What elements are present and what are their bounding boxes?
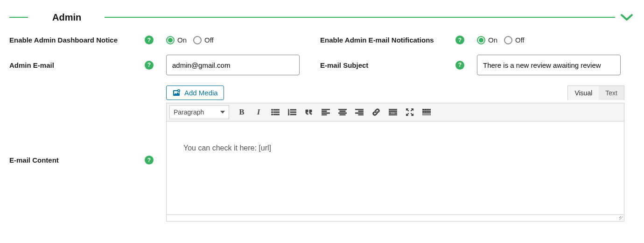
svg-rect-30 [389, 114, 397, 115]
svg-rect-19 [338, 113, 347, 114]
radio-dashboard-notice-off[interactable]: Off [193, 36, 214, 44]
format-selected: Paragraph [174, 108, 204, 116]
svg-rect-22 [358, 111, 364, 112]
svg-text:3: 3 [288, 113, 289, 115]
radio-dot-icon [504, 36, 512, 44]
tab-text[interactable]: Text [599, 86, 624, 100]
help-dashboard-notice[interactable]: ? [145, 36, 154, 44]
media-icon [172, 89, 181, 97]
svg-rect-20 [340, 114, 345, 115]
svg-point-5 [272, 114, 273, 115]
svg-rect-6 [273, 114, 280, 115]
row-email-and-subject: Admin E-mail ? E-mail Subject ? [9, 55, 635, 75]
svg-rect-38 [429, 111, 431, 113]
label-dashboard-notice: Enable Admin Dashboard Notice [9, 36, 145, 44]
radio-label: Off [204, 36, 214, 44]
svg-rect-32 [425, 109, 427, 110]
align-center-icon [338, 109, 347, 115]
blockquote-button[interactable] [302, 105, 316, 119]
section-title: Admin [28, 12, 105, 23]
kitchen-sink-icon [422, 109, 431, 115]
svg-point-1 [272, 109, 273, 111]
svg-point-3 [272, 112, 273, 113]
format-dropdown[interactable]: Paragraph [169, 105, 229, 119]
svg-rect-27 [389, 113, 392, 114]
svg-rect-15 [322, 113, 330, 114]
radio-label: On [488, 36, 497, 44]
svg-rect-12 [290, 114, 296, 115]
svg-rect-2 [273, 109, 280, 110]
link-icon [372, 108, 380, 116]
radio-dot-icon [477, 36, 485, 44]
add-media-label: Add Media [184, 89, 218, 97]
radio-dashboard-notice-on[interactable]: On [166, 36, 187, 44]
svg-rect-35 [422, 111, 424, 113]
svg-rect-14 [322, 111, 327, 112]
svg-rect-17 [338, 109, 347, 110]
help-admin-email[interactable]: ? [145, 61, 154, 70]
svg-rect-36 [425, 111, 427, 113]
caret-down-icon [220, 111, 225, 114]
list-ul-icon [271, 109, 280, 115]
editor-tabs: Visual Text [567, 86, 624, 100]
bulleted-list-button[interactable] [268, 105, 282, 119]
label-email-subject: E-mail Subject [320, 61, 455, 69]
fullscreen-button[interactable] [403, 105, 417, 119]
svg-rect-18 [340, 111, 345, 112]
tab-visual[interactable]: Visual [568, 86, 599, 100]
svg-rect-29 [394, 113, 397, 114]
row-dashboard-and-notifications: Enable Admin Dashboard Notice ? On Off E… [9, 36, 635, 44]
radio-dot-icon [193, 36, 202, 44]
radio-email-notifications-off[interactable]: Off [504, 36, 525, 44]
italic-button[interactable]: I [252, 105, 266, 119]
editor-canvas[interactable]: You can check it here: [url] [166, 122, 624, 215]
toolbar-toggle-button[interactable] [420, 105, 434, 119]
fullscreen-icon [406, 108, 413, 116]
svg-rect-33 [427, 109, 429, 110]
svg-rect-13 [322, 109, 330, 110]
svg-rect-26 [389, 111, 397, 112]
radio-email-notifications-on[interactable]: On [477, 36, 497, 44]
bold-button[interactable]: B [235, 105, 249, 119]
align-center-button[interactable] [336, 105, 350, 119]
svg-rect-16 [322, 114, 327, 115]
editor-toolbar: Paragraph B I 123 [166, 103, 624, 122]
svg-rect-34 [429, 109, 431, 110]
svg-rect-24 [358, 114, 364, 115]
svg-rect-23 [355, 113, 364, 114]
svg-rect-21 [355, 109, 364, 110]
label-admin-email: Admin E-mail [9, 61, 145, 69]
align-right-icon [355, 109, 364, 115]
collapse-toggle[interactable] [619, 9, 635, 25]
svg-rect-25 [389, 109, 397, 110]
numbered-list-button[interactable]: 123 [285, 105, 299, 119]
section-header: Admin [9, 9, 635, 25]
align-left-icon [322, 109, 330, 115]
radio-label: On [177, 36, 187, 44]
divider-right [105, 17, 615, 18]
align-left-button[interactable] [319, 105, 333, 119]
rich-text-editor: Add Media Visual Text Paragraph B I 123 [166, 86, 624, 222]
help-email-notifications[interactable]: ? [455, 36, 464, 44]
svg-rect-28 [392, 113, 393, 114]
insert-more-button[interactable] [386, 105, 400, 119]
read-more-icon [389, 109, 397, 115]
help-email-subject[interactable]: ? [455, 61, 464, 70]
svg-rect-31 [422, 109, 424, 110]
input-email-subject[interactable] [477, 55, 621, 75]
label-email-notifications: Enable Admin E-mail Notifications [320, 36, 455, 44]
svg-rect-39 [422, 114, 431, 115]
svg-rect-4 [273, 112, 280, 113]
radio-label: Off [515, 36, 525, 44]
list-ol-icon: 123 [288, 109, 296, 115]
chevron-down-icon [620, 13, 633, 21]
svg-rect-10 [290, 112, 296, 113]
help-email-content[interactable]: ? [145, 156, 154, 164]
quote-icon [305, 109, 313, 115]
editor-resize-handle[interactable] [166, 215, 624, 222]
align-right-button[interactable] [352, 105, 366, 119]
insert-link-button[interactable] [369, 105, 383, 119]
svg-rect-8 [290, 109, 296, 110]
input-admin-email[interactable] [166, 55, 300, 75]
add-media-button[interactable]: Add Media [166, 86, 224, 100]
